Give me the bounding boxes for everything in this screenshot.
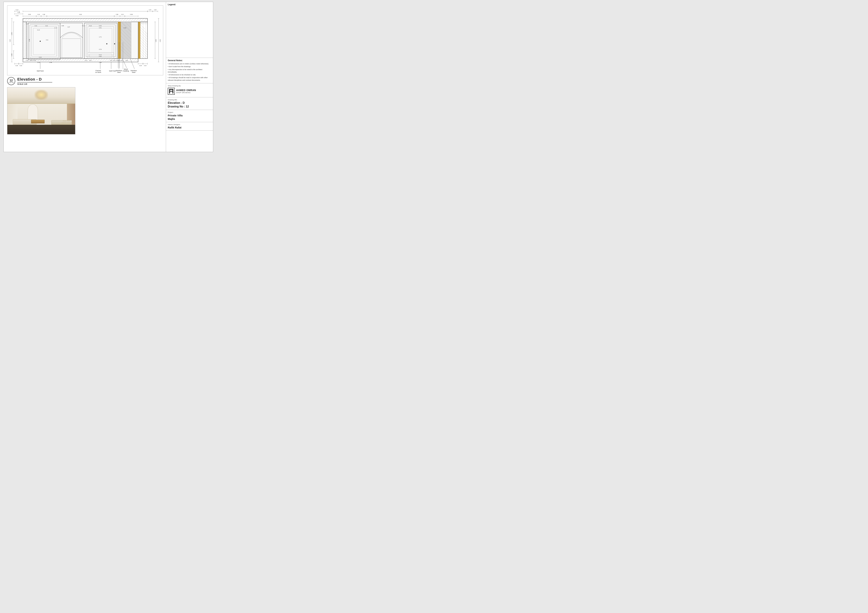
note-4: All dimensions to be checked on site. xyxy=(168,74,211,76)
right-panel: Legend: General Notes: All dimensions ar… xyxy=(166,2,213,152)
svg-text:0.51: 0.51 xyxy=(99,27,102,29)
legend-title: Legend: xyxy=(168,3,211,6)
designer-value: Rafik Rafat xyxy=(168,126,211,129)
svg-text:0.12: 0.12 xyxy=(45,25,48,26)
drawing-title-label: Drawing title: xyxy=(168,99,211,101)
note-5: All Drawings should be read in conjuncti… xyxy=(168,76,211,81)
svg-text:1.46: 1.46 xyxy=(49,62,52,63)
svg-text:Cladding: Cladding xyxy=(123,70,129,72)
svg-text:0.12: 0.12 xyxy=(89,60,91,61)
svg-text:2.56: 2.56 xyxy=(29,39,30,42)
interior-photo: Rafik Rafat Interior Design xyxy=(7,87,75,135)
svg-text:1.71: 1.71 xyxy=(99,36,102,38)
svg-text:0.12: 0.12 xyxy=(99,54,102,56)
drawing-number: 12 xyxy=(9,79,13,82)
svg-text:0.10: 0.10 xyxy=(37,14,40,15)
general-notes-section: General Notes: All dimensions are in met… xyxy=(166,58,213,84)
title-separator xyxy=(17,82,52,82)
svg-text:4.20: 4.20 xyxy=(9,39,11,42)
legend-section: Legend: xyxy=(166,2,213,58)
svg-text:0.38: 0.38 xyxy=(116,14,118,15)
svg-text:0.11: 0.11 xyxy=(54,27,57,29)
svg-text:0.85: 0.85 xyxy=(11,53,12,56)
svg-text:0.42: 0.42 xyxy=(99,25,102,26)
company-name-block: AHMED OMRAN SHOP DRAWING xyxy=(176,89,196,93)
general-notes-content: All dimensions are in meters (Unless not… xyxy=(168,63,211,81)
company-subtitle: SHOP DRAWING xyxy=(176,92,196,93)
svg-text:0.42: 0.42 xyxy=(99,56,102,57)
scale-label: SCALE 1:20 xyxy=(17,83,52,85)
svg-text:Stainless: Stainless xyxy=(130,70,137,71)
svg-text:Steel: Steel xyxy=(132,71,135,73)
note-1: All dimensions are in meters (Unless not… xyxy=(168,63,211,65)
svg-text:Wall Paint: Wall Paint xyxy=(37,70,44,72)
svg-text:0.68: 0.68 xyxy=(62,25,64,26)
svg-text:0.12: 0.12 xyxy=(37,29,40,31)
svg-text:0.15: 0.15 xyxy=(26,23,28,25)
svg-text:0.11: 0.11 xyxy=(82,25,85,26)
svg-text:0.10: 0.10 xyxy=(16,15,19,16)
svg-text:0.70: 0.70 xyxy=(149,9,151,11)
svg-text:1.24: 1.24 xyxy=(37,62,40,63)
note-3: Any discrepancies to be noted to the arc… xyxy=(168,68,211,73)
svg-rect-314 xyxy=(172,89,174,93)
svg-text:Art Work: Art Work xyxy=(95,71,101,73)
designer-section: Interior Designer: Rafik Rafat xyxy=(166,122,213,130)
svg-text:4.81: 4.81 xyxy=(79,14,82,15)
svg-text:0.38: 0.38 xyxy=(43,14,45,15)
svg-text:Wood: Wood xyxy=(124,68,128,70)
title-block: 12 P-GF-ED Elevation - D SCALE 1:20 xyxy=(7,77,163,85)
svg-text:0.14: 0.14 xyxy=(30,60,33,61)
svg-text:4.20: 4.20 xyxy=(160,39,161,42)
svg-text:0.09: 0.09 xyxy=(118,60,120,61)
svg-rect-315 xyxy=(170,91,172,91)
svg-text:0.12: 0.12 xyxy=(89,25,92,26)
svg-text:0.25: 0.25 xyxy=(140,65,142,66)
svg-text:0.11: 0.11 xyxy=(34,60,36,61)
svg-text:0.10: 0.10 xyxy=(144,65,146,66)
svg-text:2.70: 2.70 xyxy=(99,49,102,50)
company-logo-icon xyxy=(168,88,175,95)
svg-text:0.51: 0.51 xyxy=(113,60,116,61)
svg-text:Steel: Steel xyxy=(117,71,121,73)
svg-text:2.45: 2.45 xyxy=(11,33,12,35)
svg-text:0.11: 0.11 xyxy=(26,60,28,61)
svg-text:0.90: 0.90 xyxy=(28,14,31,15)
svg-text:Framed: Framed xyxy=(95,70,101,71)
svg-text:3.30: 3.30 xyxy=(155,39,157,42)
drawing-code: P-GF-ED xyxy=(9,82,14,83)
svg-text:0.27: 0.27 xyxy=(68,26,70,28)
company-name: AHMED OMRAN xyxy=(176,89,196,92)
svg-point-241 xyxy=(40,41,41,42)
shop-drawing-section: Shop Drawing By: AHMED OMRAN SHOP DRAWIN… xyxy=(166,84,213,98)
project-label: Project : xyxy=(168,111,211,113)
svg-text:0.09: 0.09 xyxy=(126,60,128,61)
svg-rect-313 xyxy=(169,89,170,93)
photo-watermark: Rafik Rafat Interior Design xyxy=(62,120,72,124)
svg-text:0.11: 0.11 xyxy=(46,39,48,40)
svg-text:0.25: 0.25 xyxy=(16,65,18,66)
main-content: 0.12 0.29 0.10 0.90 xyxy=(4,2,166,152)
svg-rect-161 xyxy=(138,22,140,59)
elevation-drawing-area: 0.12 0.29 0.10 0.90 xyxy=(7,5,163,75)
chandelier xyxy=(34,90,48,100)
svg-rect-316 xyxy=(170,89,172,90)
svg-text:0.12: 0.12 xyxy=(35,25,37,26)
svg-text:0.11: 0.11 xyxy=(85,60,87,61)
svg-text:0.10: 0.10 xyxy=(20,65,22,66)
svg-text:Wall Paint: Wall Paint xyxy=(109,70,116,72)
project-section: Project : Private VillaMajlis xyxy=(166,110,213,122)
page: 0.12 0.29 0.10 0.90 xyxy=(3,2,213,152)
svg-text:0.12: 0.12 xyxy=(110,60,112,61)
coffee-table xyxy=(31,120,45,123)
shop-drawing-label: Shop Drawing By: xyxy=(168,85,211,87)
designer-label: Interior Designer: xyxy=(168,124,211,125)
drawing-number-circle: 12 P-GF-ED xyxy=(7,77,15,85)
drawing-title-section: Drawing title: Elevation - D Drawing No … xyxy=(166,98,213,110)
svg-point-269 xyxy=(114,43,115,44)
project-value: Private VillaMajlis xyxy=(168,114,211,121)
svg-text:0.10: 0.10 xyxy=(121,14,124,15)
svg-text:Stainless: Stainless xyxy=(116,70,122,71)
svg-text:0.12: 0.12 xyxy=(16,9,19,11)
elevation-title-block: Elevation - D SCALE 1:20 xyxy=(17,77,52,85)
